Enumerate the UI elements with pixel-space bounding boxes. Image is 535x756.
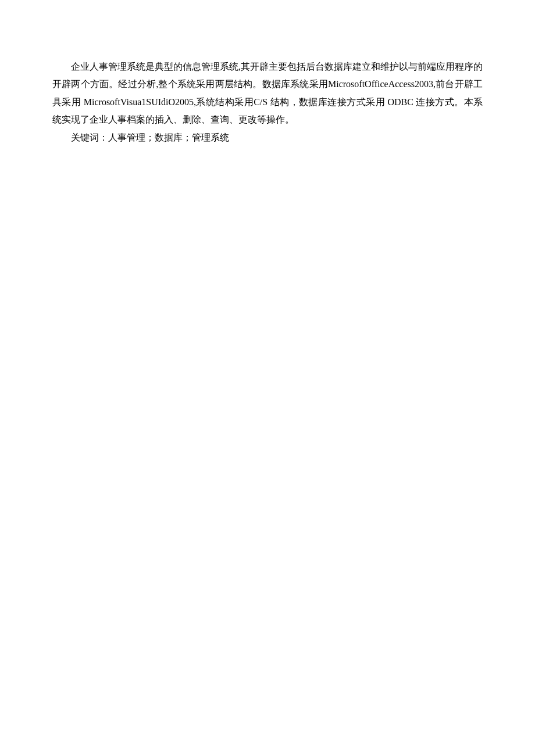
abstract-paragraph: 企业人事管理系统是典型的信息管理系统,其开辟主要包括后台数据库建立和维护以与前端… <box>52 58 483 129</box>
document-body: 企业人事管理系统是典型的信息管理系统,其开辟主要包括后台数据库建立和维护以与前端… <box>52 58 483 146</box>
keywords-line: 关键词：人事管理；数据库；管理系统 <box>52 129 483 146</box>
